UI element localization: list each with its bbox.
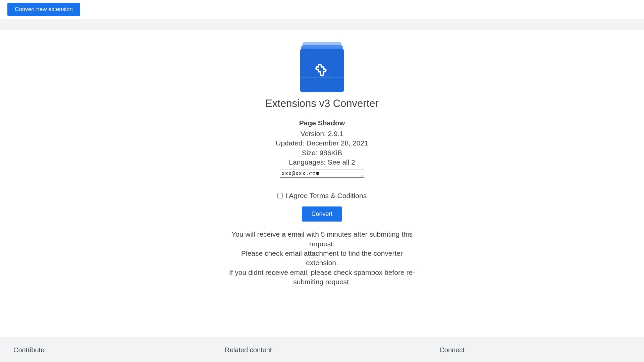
agree-row: I Agree Terms & Coditions: [277, 192, 367, 200]
email-field[interactable]: [280, 170, 364, 178]
footer-heading-related: Related content: [225, 346, 272, 354]
logo-block: Extensions v3 Converter: [265, 42, 379, 110]
footer-heading-connect: Connect: [439, 346, 465, 354]
note-text: You will receive a email with 5 minutes …: [228, 230, 416, 287]
convert-new-extension-button[interactable]: Convert new extension: [7, 3, 80, 16]
extension-version: Version: 2.9.1: [276, 129, 368, 138]
extension-updated: Updated: December 28, 2021: [276, 138, 368, 148]
note-line-2: Please check email attachment to find th…: [228, 249, 416, 268]
footer-col-related: Related content: [225, 346, 272, 362]
agree-label: I Agree Terms & Coditions: [285, 192, 367, 200]
convert-button[interactable]: Convert: [302, 206, 342, 222]
sub-header-strip: [0, 19, 644, 30]
extension-languages: Languages: See all 2: [276, 158, 368, 167]
footer-col-contribute: Contribute: [13, 346, 44, 362]
main-content: Extensions v3 Converter Page Shadow Vers…: [0, 30, 644, 287]
puzzle-piece-icon: [314, 62, 330, 79]
extension-name: Page Shadow: [276, 119, 368, 127]
extension-info: Page Shadow Version: 2.9.1 Updated: Dece…: [276, 119, 368, 178]
footer-col-connect: Connect: [439, 346, 465, 362]
note-line-1: You will receive a email with 5 minutes …: [228, 230, 416, 249]
extension-logo-icon: [300, 42, 344, 92]
app-title: Extensions v3 Converter: [265, 98, 379, 110]
extension-size: Size: 986KiB: [276, 148, 368, 158]
topbar: Convert new extension: [0, 0, 644, 19]
footer: Contribute Related content Connect: [0, 337, 644, 362]
agree-checkbox[interactable]: [277, 193, 283, 198]
note-line-3: If you didnt receive email, please check…: [228, 268, 416, 287]
footer-heading-contribute: Contribute: [13, 346, 44, 354]
